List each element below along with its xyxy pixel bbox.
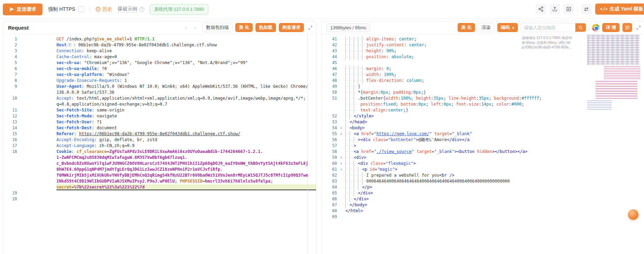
request-line[interactable]: 6sec-ch-ua-mobile: ?0 bbox=[3, 66, 316, 72]
hotload-button[interactable]: 热加载 bbox=[255, 23, 276, 32]
request-line[interactable]: 8Upgrade-Insecure-Requests: 1 bbox=[3, 78, 316, 84]
response-line[interactable]: 61∨····<p id="magic"> bbox=[322, 167, 644, 172]
code-line[interactable]: ··</div> bbox=[345, 196, 644, 202]
request-line[interactable]: 18Cookie: cf_clearance=ZgFUsTaAPdz3sLE9D… bbox=[3, 149, 316, 155]
code-line[interactable] bbox=[345, 214, 644, 220]
code-line[interactable]: f6MWkirjMIb5jxMiVUkUhvYWVfyBBjEMhCnQ2qRi… bbox=[56, 172, 316, 178]
send-request-button[interactable]: 发送请求 bbox=[3, 3, 43, 15]
request-line[interactable]: secret=%7b%22secret%22%3a%221%22%7d bbox=[3, 184, 316, 190]
response-line[interactable]: 60∨···<div class="flexmagic"> bbox=[322, 161, 644, 167]
response-line[interactable]: 64····</p> bbox=[322, 184, 644, 190]
response-line[interactable]: 66··</div> bbox=[322, 196, 644, 202]
code-line[interactable]: ·····00064646400640646464640064064640646… bbox=[345, 178, 644, 184]
request-line[interactable]: 10Accept: text/html,application/xhtml+xm… bbox=[3, 95, 316, 101]
code-line[interactable]: Connection: keep-alive bbox=[56, 48, 316, 54]
response-line[interactable]: 58··<a href="./?view_source" target="_bl… bbox=[322, 149, 644, 155]
response-line[interactable]: 63·····000646464006406464646400640646406… bbox=[322, 178, 644, 184]
request-line[interactable]: 7sec-ch-ua-platform: "Windows" bbox=[3, 72, 316, 78]
code-line[interactable]: Upgrade-Insecure-Requests: 1 bbox=[56, 78, 316, 84]
code-line[interactable] bbox=[56, 190, 316, 196]
code-line[interactable]: Sec-Fetch-Dest: document bbox=[56, 125, 316, 131]
fold-chevron-icon[interactable]: ∨ bbox=[337, 131, 345, 137]
request-line[interactable]: 5sec-ch-ua: "Chromium";v="136", "Google … bbox=[3, 60, 316, 66]
force-https-checkbox[interactable] bbox=[78, 6, 84, 12]
search-icon[interactable] bbox=[575, 23, 586, 32]
code-line[interactable]: Host?: 06b1ec98-da2b-4799-955e-8e02f043d… bbox=[56, 42, 316, 48]
response-line[interactable]: 65···</div> bbox=[322, 190, 644, 196]
fullscreen-icon[interactable] bbox=[308, 25, 313, 30]
request-line[interactable]: INkd59t4C8D19WlIbGUDPVIaNJ5XMuIPsy2.P9oJ… bbox=[3, 178, 316, 184]
blast-example-link[interactable]: 爆破示例 bbox=[118, 6, 137, 13]
request-line[interactable]: 2Host?: 06b1ec98-da2b-4799-955e-8e02f043… bbox=[3, 42, 316, 48]
request-line[interactable]: 11Sec-Fetch-Site: same-origin bbox=[3, 107, 316, 113]
response-line[interactable]: 62·····I prepared a webshell for you<br … bbox=[322, 172, 644, 178]
request-line[interactable]: 4Cache-Control: max-age=0 bbox=[3, 54, 316, 60]
history-button[interactable]: 历史 bbox=[95, 6, 112, 13]
response-line[interactable]: 59∨··<div> bbox=[322, 155, 644, 161]
response-beautify-button[interactable]: 美 化 bbox=[458, 23, 475, 32]
floating-assistant-ball[interactable] bbox=[628, 209, 638, 220]
request-line[interactable]: 20 bbox=[3, 196, 316, 202]
request-line[interactable]: 1-ZwRFCMCmq2sD5830dqMIwTafuguW.6M357VwDb… bbox=[3, 155, 316, 161]
share-icon[interactable] bbox=[536, 4, 546, 14]
chat-icon[interactable] bbox=[622, 23, 632, 32]
fold-chevron-icon[interactable]: ∨ bbox=[337, 161, 345, 167]
code-line[interactable]: Cache-Control: max-age=0 bbox=[56, 54, 316, 60]
code-line[interactable]: ···</div> bbox=[345, 190, 644, 196]
help-icon[interactable]: ? bbox=[139, 7, 144, 12]
construct-request-button[interactable]: 构造请求 bbox=[279, 23, 304, 32]
request-line[interactable]: f6MWkirjMIb5jxMiVUkUhvYWVfyBBjEMhCnQ2qRi… bbox=[3, 172, 316, 178]
code-line[interactable]: 136.0.0.0 Safari/537.36 bbox=[56, 90, 316, 95]
encode-dropdown[interactable]: 编码 ∨ bbox=[497, 23, 518, 32]
request-line[interactable]: q=0.8,application/signed-exchange;v=b3;q… bbox=[3, 101, 316, 107]
generate-yaml-button[interactable]: </> 生成 Yaml 模板 bbox=[595, 3, 644, 15]
code-line[interactable]: ··</style> bbox=[345, 113, 644, 119]
response-line[interactable]: 52··</style> bbox=[322, 113, 644, 119]
code-line[interactable]: INkd59t4C8D19WlIbGUDPVIaNJ5XMuIPsy2.P9oJ… bbox=[56, 178, 316, 184]
code-line[interactable]: Accept-Encoding: gzip, deflate, br, zstd bbox=[56, 137, 316, 143]
fold-chevron-icon[interactable]: ∨ bbox=[337, 125, 345, 131]
code-line[interactable]: ·····I prepared a webshell for you<br /> bbox=[345, 172, 644, 178]
response-line[interactable]: 57··> bbox=[322, 143, 644, 149]
packet-scan-button[interactable]: 数据包扫描 bbox=[202, 23, 232, 32]
request-line[interactable]: 13Sec-Fetch-User: ?1 bbox=[3, 119, 316, 125]
code-line[interactable]: Referer: https://06b1ec98-da2b-4799-955e… bbox=[56, 131, 316, 137]
response-line[interactable]: 67·</body> bbox=[322, 202, 644, 208]
code-line[interactable]: q=0.8,application/signed-exchange;v=b3;q… bbox=[56, 101, 316, 107]
code-line[interactable]: User-Agent: Mozilla/5.0 (Windows NT 10.0… bbox=[56, 84, 316, 90]
code-line[interactable]: ··<a href="https://gem-love.com/" target… bbox=[345, 131, 644, 137]
request-line[interactable]: 0hW7E4.6OppG1qNP4M7jmdtTgLErQqJDG1LzIwwJ… bbox=[3, 167, 316, 172]
code-line[interactable]: Sec-Fetch-Site: same-origin bbox=[56, 107, 316, 113]
code-line[interactable]: Sec-Fetch-User: ?1 bbox=[56, 119, 316, 125]
code-line[interactable]: ··<div> bbox=[345, 155, 644, 161]
system-proxy-badge[interactable]: 系统代理:127.0.0.1:7890 bbox=[150, 4, 208, 15]
code-line[interactable]: Cookie: cf_clearance=ZgFUsTaAPdz3sLE9DR1… bbox=[56, 149, 316, 155]
minimap[interactable] bbox=[587, 35, 642, 112]
request-line[interactable]: 17Accept-Language: zh-CN,zh;q=0.9 bbox=[3, 143, 316, 149]
code-line[interactable]: </html> bbox=[345, 208, 644, 214]
code-line[interactable]: Sec-Fetch-Mode: navigate bbox=[56, 113, 316, 119]
import-icon[interactable] bbox=[564, 4, 574, 14]
fold-chevron-icon[interactable]: ∨ bbox=[337, 167, 345, 172]
chrome-icon[interactable] bbox=[592, 24, 599, 31]
code-line[interactable]: ·</head> bbox=[345, 119, 644, 125]
request-line[interactable]: 14Sec-Fetch-Dest: document bbox=[3, 125, 316, 131]
locate-response-input[interactable] bbox=[521, 23, 575, 32]
history-nav-arrows[interactable]: ‹ › bbox=[185, 24, 199, 31]
request-line[interactable]: 15Referer: https://06b1ec98-da2b-4799-95… bbox=[3, 131, 316, 137]
request-line[interactable]: 136.0.0.0 Safari/537.36 bbox=[3, 90, 316, 95]
code-line[interactable]: ····<p id="magic"> bbox=[345, 167, 644, 172]
response-line[interactable]: 53·</head> bbox=[322, 119, 644, 125]
export-icon[interactable] bbox=[550, 4, 560, 14]
render-button[interactable]: 渲染 bbox=[478, 23, 495, 32]
request-line[interactable]: 1GET /index.php?give_me_shell=1 HTTP/1.1 bbox=[3, 36, 316, 42]
request-line[interactable]: 19 bbox=[3, 190, 316, 196]
response-line[interactable]: 69 bbox=[322, 214, 644, 220]
request-scrollbar[interactable] bbox=[307, 35, 308, 254]
request-editor[interactable]: 1GET /index.php?give_me_shell=1 HTTP/1.1… bbox=[3, 34, 316, 254]
swap-icon[interactable] bbox=[581, 4, 592, 14]
code-line[interactable]: Accept: text/html,application/xhtml+xml,… bbox=[56, 95, 316, 101]
code-line[interactable]: GET /index.php?give_me_shell=1 HTTP/1.1 bbox=[56, 36, 316, 42]
code-line[interactable]: c_BvbndcDZvNXwoYiTq1wFJU9NGCZ0OV8HLarxCz… bbox=[56, 161, 316, 167]
response-line[interactable]: 55∨··<a href="https://gem-love.com/" tar… bbox=[322, 131, 644, 137]
